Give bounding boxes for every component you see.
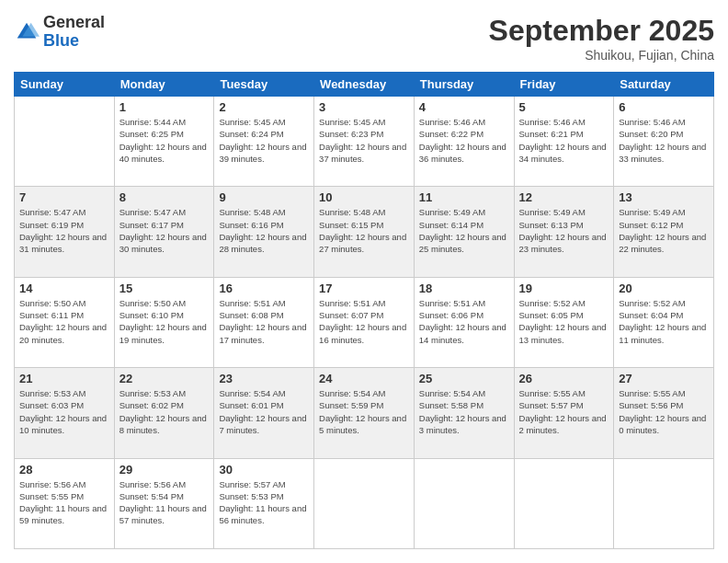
day-info: Sunrise: 5:56 AMSunset: 5:55 PMDaylight:… [19,478,109,527]
calendar-cell: 5Sunrise: 5:46 AMSunset: 6:21 PMDaylight… [514,97,614,187]
day-number: 28 [19,463,109,477]
day-number: 3 [319,100,409,114]
calendar-cell: 13Sunrise: 5:49 AMSunset: 6:12 PMDayligh… [614,187,714,277]
calendar-cell [614,458,714,548]
calendar-cell: 12Sunrise: 5:49 AMSunset: 6:13 PMDayligh… [514,187,614,277]
calendar-cell: 16Sunrise: 5:51 AMSunset: 6:08 PMDayligh… [214,277,314,367]
day-info: Sunrise: 5:52 AMSunset: 6:04 PMDaylight:… [619,297,709,346]
day-number: 7 [19,190,109,204]
calendar-cell [15,97,115,187]
day-number: 5 [519,100,609,114]
calendar-cell: 29Sunrise: 5:56 AMSunset: 5:54 PMDayligh… [114,458,214,548]
day-info: Sunrise: 5:48 AMSunset: 6:15 PMDaylight:… [319,206,409,255]
day-info: Sunrise: 5:54 AMSunset: 5:59 PMDaylight:… [319,387,409,436]
day-info: Sunrise: 5:46 AMSunset: 6:22 PMDaylight:… [419,116,509,165]
day-info: Sunrise: 5:51 AMSunset: 6:08 PMDaylight:… [219,297,309,346]
day-number: 24 [319,372,409,385]
calendar-header-thursday: Thursday [414,73,514,97]
day-info: Sunrise: 5:52 AMSunset: 6:05 PMDaylight:… [519,297,609,346]
day-info: Sunrise: 5:47 AMSunset: 6:17 PMDaylight:… [119,206,210,255]
calendar-header-friday: Friday [514,73,614,97]
calendar-cell: 8Sunrise: 5:47 AMSunset: 6:17 PMDaylight… [114,187,214,277]
calendar-week-row: 7Sunrise: 5:47 AMSunset: 6:19 PMDaylight… [15,187,714,277]
day-info: Sunrise: 5:48 AMSunset: 6:16 PMDaylight:… [219,206,309,255]
day-number: 12 [519,190,609,204]
day-number: 16 [219,282,309,295]
calendar-week-row: 14Sunrise: 5:50 AMSunset: 6:11 PMDayligh… [15,277,714,367]
calendar-cell [314,458,415,548]
month-title: September 2025 [489,14,714,48]
calendar-cell: 10Sunrise: 5:48 AMSunset: 6:15 PMDayligh… [314,187,415,277]
day-info: Sunrise: 5:45 AMSunset: 6:24 PMDaylight:… [219,116,309,165]
day-info: Sunrise: 5:46 AMSunset: 6:21 PMDaylight:… [519,116,609,165]
day-info: Sunrise: 5:51 AMSunset: 6:07 PMDaylight:… [319,297,409,346]
calendar-cell: 20Sunrise: 5:52 AMSunset: 6:04 PMDayligh… [614,277,714,367]
day-info: Sunrise: 5:47 AMSunset: 6:19 PMDaylight:… [19,206,109,255]
calendar-header-monday: Monday [114,73,214,97]
day-info: Sunrise: 5:56 AMSunset: 5:54 PMDaylight:… [119,478,210,527]
calendar-cell: 7Sunrise: 5:47 AMSunset: 6:19 PMDaylight… [15,187,115,277]
calendar-cell: 17Sunrise: 5:51 AMSunset: 6:07 PMDayligh… [314,277,415,367]
calendar-week-row: 21Sunrise: 5:53 AMSunset: 6:03 PMDayligh… [15,368,714,458]
logo-text: General Blue [43,14,105,51]
day-number: 20 [619,282,709,295]
calendar-cell [514,458,614,548]
calendar-week-row: 1Sunrise: 5:44 AMSunset: 6:25 PMDaylight… [15,97,714,187]
day-info: Sunrise: 5:55 AMSunset: 5:56 PMDaylight:… [619,387,709,436]
day-info: Sunrise: 5:54 AMSunset: 5:58 PMDaylight:… [419,387,509,436]
day-number: 17 [319,282,409,295]
day-info: Sunrise: 5:49 AMSunset: 6:12 PMDaylight:… [619,206,709,255]
calendar-cell: 24Sunrise: 5:54 AMSunset: 5:59 PMDayligh… [314,368,415,458]
day-info: Sunrise: 5:53 AMSunset: 6:03 PMDaylight:… [19,387,109,436]
day-number: 29 [119,463,210,477]
day-info: Sunrise: 5:50 AMSunset: 6:11 PMDaylight:… [19,297,109,346]
day-number: 26 [519,372,609,385]
calendar-cell: 3Sunrise: 5:45 AMSunset: 6:23 PMDaylight… [314,97,415,187]
calendar-table: SundayMondayTuesdayWednesdayThursdayFrid… [14,72,714,549]
calendar-cell [414,458,514,548]
day-number: 4 [419,100,509,114]
calendar-cell: 11Sunrise: 5:49 AMSunset: 6:14 PMDayligh… [414,187,514,277]
calendar-cell: 25Sunrise: 5:54 AMSunset: 5:58 PMDayligh… [414,368,514,458]
day-number: 25 [419,372,509,385]
calendar-header-saturday: Saturday [614,73,714,97]
title-block: September 2025 Shuikou, Fujian, China [489,14,714,63]
day-number: 22 [119,372,210,385]
day-info: Sunrise: 5:54 AMSunset: 6:01 PMDaylight:… [219,387,309,436]
day-number: 11 [419,190,509,204]
day-number: 27 [619,372,709,385]
calendar-cell: 18Sunrise: 5:51 AMSunset: 6:06 PMDayligh… [414,277,514,367]
day-number: 2 [219,100,309,114]
day-info: Sunrise: 5:50 AMSunset: 6:10 PMDaylight:… [119,297,210,346]
calendar-header-row: SundayMondayTuesdayWednesdayThursdayFrid… [15,73,714,97]
day-number: 9 [219,190,309,204]
day-number: 30 [219,463,309,477]
calendar-cell: 4Sunrise: 5:46 AMSunset: 6:22 PMDaylight… [414,97,514,187]
logo-icon [14,19,40,45]
day-number: 15 [119,282,210,295]
calendar-cell: 2Sunrise: 5:45 AMSunset: 6:24 PMDaylight… [214,97,314,187]
calendar-cell: 22Sunrise: 5:53 AMSunset: 6:02 PMDayligh… [114,368,214,458]
day-info: Sunrise: 5:55 AMSunset: 5:57 PMDaylight:… [519,387,609,436]
calendar-cell: 1Sunrise: 5:44 AMSunset: 6:25 PMDaylight… [114,97,214,187]
calendar-cell: 9Sunrise: 5:48 AMSunset: 6:16 PMDaylight… [214,187,314,277]
day-number: 10 [319,190,409,204]
calendar-cell: 15Sunrise: 5:50 AMSunset: 6:10 PMDayligh… [114,277,214,367]
day-number: 1 [119,100,210,114]
calendar-cell: 21Sunrise: 5:53 AMSunset: 6:03 PMDayligh… [15,368,115,458]
day-number: 13 [619,190,709,204]
day-number: 21 [19,372,109,385]
day-number: 6 [619,100,709,114]
day-info: Sunrise: 5:57 AMSunset: 5:53 PMDaylight:… [219,478,309,527]
day-number: 19 [519,282,609,295]
day-info: Sunrise: 5:46 AMSunset: 6:20 PMDaylight:… [619,116,709,165]
logo: General Blue [14,14,105,51]
day-number: 14 [19,282,109,295]
day-number: 23 [219,372,309,385]
calendar-cell: 14Sunrise: 5:50 AMSunset: 6:11 PMDayligh… [15,277,115,367]
calendar-cell: 30Sunrise: 5:57 AMSunset: 5:53 PMDayligh… [214,458,314,548]
calendar-header-sunday: Sunday [15,73,115,97]
day-info: Sunrise: 5:49 AMSunset: 6:14 PMDaylight:… [419,206,509,255]
calendar-cell: 19Sunrise: 5:52 AMSunset: 6:05 PMDayligh… [514,277,614,367]
day-info: Sunrise: 5:51 AMSunset: 6:06 PMDaylight:… [419,297,509,346]
